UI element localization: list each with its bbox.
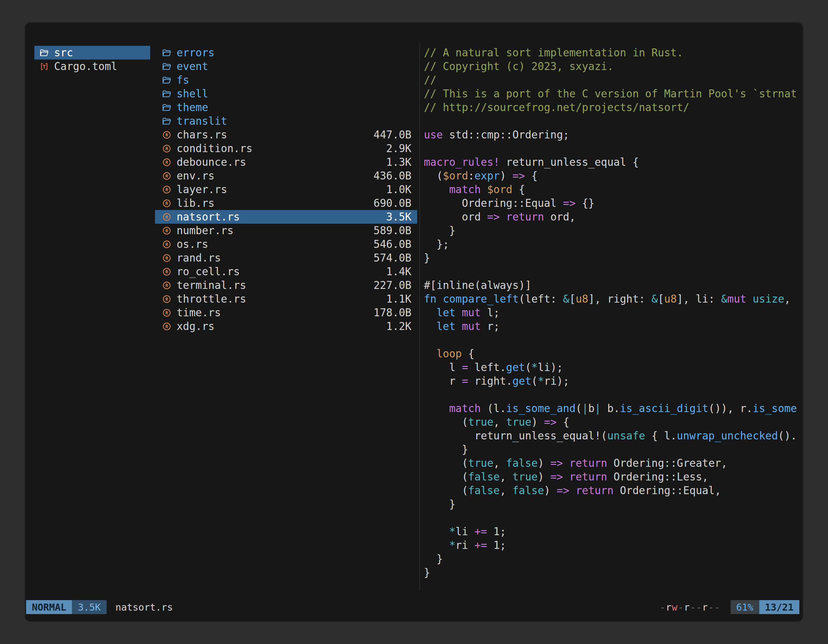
code-token	[424, 525, 449, 538]
code-token: false	[506, 457, 538, 469]
status-right-group: -rw-r--r-- 61% 13/21	[660, 600, 799, 614]
code-token: expr	[474, 169, 500, 182]
code-token: ().	[778, 429, 797, 442]
code-token: ], right:	[588, 293, 652, 305]
code-token: 1;	[487, 525, 506, 538]
file-item-lib-rs[interactable]: Rlib.rs690.0B	[155, 196, 417, 210]
code-line: #[inline(always)]	[424, 278, 799, 292]
code-token: li);	[538, 361, 563, 373]
svg-text:R: R	[165, 296, 168, 302]
parent-item-cargo-toml[interactable]: Cargo.toml	[34, 60, 150, 73]
code-line: fn compare_left(left: &[u8], right: &[u8…	[424, 292, 799, 306]
code-token	[424, 320, 437, 332]
parent-item-src[interactable]: src	[34, 46, 150, 60]
svg-text:R: R	[165, 310, 168, 315]
code-token: =>	[512, 169, 525, 182]
code-token: return_unless_equal {	[500, 156, 639, 168]
svg-text:R: R	[165, 283, 168, 288]
svg-text:R: R	[165, 215, 168, 219]
file-label: time.rs	[177, 306, 221, 319]
file-item-shell[interactable]: shell	[155, 87, 417, 100]
code-token: mut	[728, 293, 746, 305]
code-line: l = left.get(*li);	[424, 360, 799, 374]
rust-icon: R	[162, 130, 177, 140]
file-item-number-rs[interactable]: Rnumber.rs589.0B	[155, 224, 417, 237]
file-item-env-rs[interactable]: Renv.rs436.0B	[155, 169, 417, 183]
file-item-time-rs[interactable]: Rtime.rs178.0B	[155, 306, 417, 320]
code-token: ri	[455, 539, 474, 552]
code-token: return_unless_equal!(	[424, 429, 607, 442]
file-item-xdg-rs[interactable]: Rxdg.rs1.2K	[155, 320, 417, 333]
file-item-ro-cell-rs[interactable]: Rro_cell.rs1.4K	[155, 265, 417, 278]
status-bar: NORMAL 3.5K natsort.rs -rw-r--r-- 61% 13…	[26, 600, 799, 614]
code-token: [	[569, 293, 576, 305]
code-token: Ordering::Equal,	[613, 484, 721, 497]
code-line: *ri += 1;	[424, 538, 799, 552]
rust-icon: R	[162, 294, 177, 304]
code-token: +=	[474, 525, 487, 538]
code-token: (left:	[519, 293, 563, 305]
code-line: (false, true) => return Ordering::Less,	[424, 470, 799, 484]
code-token	[437, 293, 443, 305]
code-line: let mut l;	[424, 306, 799, 320]
folder-icon	[162, 62, 177, 71]
code-token: }	[424, 224, 455, 237]
code-token: (	[424, 457, 468, 469]
file-item-debounce-rs[interactable]: Rdebounce.rs1.3K	[155, 155, 417, 169]
code-token: |	[594, 402, 601, 415]
rust-icon: R	[162, 158, 177, 167]
code-token: ,	[784, 293, 791, 305]
file-item-rand-rs[interactable]: Rrand.rs574.0B	[155, 251, 417, 265]
file-item-terminal-rs[interactable]: Rterminal.rs227.0B	[155, 278, 417, 292]
code-token: compare_left	[443, 293, 519, 305]
file-label: env.rs	[177, 169, 215, 182]
code-token: =>	[563, 197, 576, 209]
folder-icon	[162, 103, 177, 112]
code-token	[424, 306, 437, 319]
code-token: Ordering::Equal	[424, 197, 563, 209]
file-manager-window: srcCargo.toml errorseventfsshellthemetra…	[25, 23, 803, 621]
file-label: shell	[177, 88, 208, 100]
code-token: (	[532, 375, 538, 387]
code-token: li	[455, 525, 474, 538]
code-token: return	[569, 457, 607, 469]
file-item-layer-rs[interactable]: Rlayer.rs1.0K	[155, 183, 417, 196]
file-label: xdg.rs	[177, 320, 215, 332]
file-item-natsort-rs[interactable]: Rnatsort.rs3.5K	[155, 210, 417, 224]
rust-icon: R	[162, 171, 177, 181]
file-permissions: -rw-r--r--	[660, 602, 720, 613]
code-line: }	[424, 251, 799, 265]
code-token: }	[424, 498, 455, 510]
code-token: &	[651, 293, 658, 305]
code-token: Ordering::Less,	[607, 471, 708, 483]
rust-icon: R	[162, 240, 177, 249]
file-label: os.rs	[177, 238, 208, 251]
mode-indicator: NORMAL	[26, 600, 72, 614]
file-size: 227.0B	[373, 279, 411, 291]
file-item-chars-rs[interactable]: Rchars.rs447.0B	[155, 128, 417, 142]
code-token: }	[424, 553, 443, 565]
svg-text:R: R	[165, 146, 168, 151]
folder-icon	[162, 75, 177, 85]
rust-icon: R	[162, 308, 177, 318]
code-token: mut	[462, 306, 481, 319]
folder-icon	[162, 48, 177, 58]
code-token: ,	[500, 484, 512, 497]
file-item-translit[interactable]: translit	[155, 114, 417, 128]
file-item-theme[interactable]: theme	[155, 100, 417, 114]
code-token: &	[563, 293, 569, 305]
file-item-fs[interactable]: fs	[155, 73, 417, 87]
file-item-event[interactable]: event	[155, 60, 417, 73]
code-token: unsafe	[607, 429, 645, 442]
code-token: (	[424, 484, 468, 497]
code-token: mut	[462, 320, 481, 332]
file-size: 1.0K	[386, 183, 411, 196]
file-item-errors[interactable]: errors	[155, 46, 417, 60]
code-line	[424, 511, 799, 525]
code-token: #[inline(always)]	[424, 279, 532, 291]
file-item-os-rs[interactable]: Ros.rs546.0B	[155, 237, 417, 251]
code-token: false	[512, 484, 544, 497]
file-item-throttle-rs[interactable]: Rthrottle.rs1.1K	[155, 292, 417, 306]
file-label: lib.rs	[177, 197, 215, 209]
file-item-condition-rs[interactable]: Rcondition.rs2.9K	[155, 142, 417, 155]
